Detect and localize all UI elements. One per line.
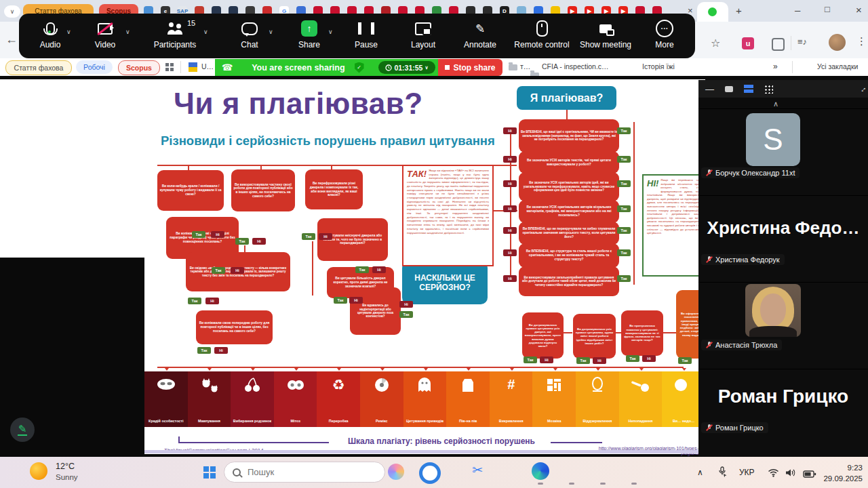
share-button[interactable]: Share	[278, 19, 340, 54]
bookmark-item[interactable]: Робочі	[76, 60, 113, 74]
panel-minimize-icon[interactable]: —	[705, 84, 714, 94]
scale-cell-label: Непопадання	[629, 419, 653, 424]
arrow-down	[596, 368, 600, 371]
bookmark-label[interactable]: Історія їжі	[642, 62, 675, 70]
participant-tile[interactable]: Анастасія Трюхла	[698, 282, 868, 369]
active-browser-tab[interactable]	[697, 2, 728, 22]
scale-cell-label: Мозаіка	[547, 419, 561, 424]
chip-no: Ні	[503, 205, 517, 212]
show-meeting-button[interactable]: Show meeting	[574, 19, 637, 54]
bookmark-item[interactable]: Стаття фахова	[5, 60, 72, 75]
video-label: Video	[95, 40, 115, 49]
back-icon[interactable]: ←	[5, 33, 18, 47]
chevron-down-icon[interactable]: ∨	[203, 28, 208, 35]
window-close-button[interactable]: ×	[856, 5, 862, 15]
extension-puzzle-icon[interactable]	[772, 38, 785, 51]
remote-control-button[interactable]: Remote control	[511, 19, 573, 54]
infographic-header-question: Я плагіював?	[517, 86, 616, 110]
start-button[interactable]	[203, 466, 209, 472]
layout-button[interactable]: Layout	[392, 19, 454, 54]
bookmarks-overflow-chevron[interactable]: »	[773, 62, 778, 71]
video-button[interactable]: Video	[74, 19, 136, 54]
search-input[interactable]	[246, 466, 357, 478]
chip-no: Ні	[503, 275, 517, 282]
scale-cell: Пів-на пів	[446, 371, 490, 427]
bookmarks-divider	[180, 61, 181, 73]
wifi-icon[interactable]	[768, 468, 779, 480]
tray-overflow-chevron[interactable]: ∧	[697, 468, 703, 477]
volume-icon[interactable]	[785, 468, 797, 480]
new-tab-button[interactable]: +	[736, 5, 742, 16]
gallery-view-icon[interactable]	[744, 85, 753, 88]
ublock-extension-icon[interactable]: u	[742, 37, 754, 49]
participants-button[interactable]: Participants	[144, 19, 206, 54]
edge-browser-icon[interactable]	[532, 462, 549, 480]
flow-question-box: Ви ВПЕВНЕНІ, що ваші ідеї є оригінальним…	[519, 119, 619, 152]
chevron-down-icon[interactable]: ∨	[328, 28, 333, 35]
annotation-pencil-fab[interactable]: ✎	[10, 418, 35, 442]
taskbar-search[interactable]	[224, 462, 385, 483]
more-button[interactable]: More	[633, 19, 696, 54]
microphone-icon	[46, 22, 55, 35]
playlist-extension-icon[interactable]: ≡♪	[797, 37, 807, 47]
bookmark-label[interactable]: Усі закладки	[817, 62, 858, 70]
chat-icon	[241, 22, 258, 35]
stop-share-button[interactable]: Stop share	[438, 59, 502, 76]
apps-grid-icon[interactable]	[165, 63, 169, 66]
chevron-down-icon[interactable]: ∨	[66, 28, 71, 35]
bookmark-label: Scopus	[126, 64, 152, 72]
participant-name: Борчук Олександр 11xt	[715, 169, 795, 177]
chevron-down-icon[interactable]: ∨	[125, 28, 130, 35]
bookmark-label[interactable]: CFIA - inspection.c…	[542, 62, 609, 70]
infographic-subtitle: Різновиди і серйозність порушень правил …	[161, 134, 495, 148]
speaker-view-icon[interactable]	[725, 86, 733, 92]
weather-widget[interactable]	[30, 462, 47, 480]
chip-yes: Так	[617, 127, 631, 134]
browser-menu-kebab-icon[interactable]: ⋮	[856, 35, 867, 47]
panel-collapse-chevron[interactable]: ∧	[773, 100, 778, 108]
mitosis-icon	[274, 377, 317, 393]
profile-avatar[interactable]	[829, 34, 846, 51]
weather-temp: 12°C	[56, 462, 75, 471]
scale-cell-label: Переробка	[329, 419, 349, 424]
bookmark-label[interactable]: т…	[520, 62, 530, 70]
pause-button[interactable]: Pause	[335, 19, 397, 54]
mosaic-icon	[532, 377, 576, 393]
bookmark-star-icon[interactable]: ☆	[711, 37, 720, 49]
participant-name-tag: Роман Грицко	[701, 422, 768, 433]
bookmark-item[interactable]: Scopus	[118, 60, 160, 75]
chat-button[interactable]: Chat	[218, 19, 281, 54]
expand-panel-icon[interactable]: ↔	[856, 83, 868, 95]
browser-ring-icon[interactable]	[419, 462, 441, 484]
site-favicon[interactable]	[189, 62, 197, 67]
participant-tile[interactable]: Христина Федо… Христина Федорук	[698, 195, 868, 282]
participant-tile[interactable]: S Борчук Олександр 11xt	[698, 108, 868, 195]
tray-clock[interactable]: 9:23 29.09.2025	[822, 463, 863, 484]
scale-cell: Мозаіка	[532, 371, 576, 427]
voice-access-mic-icon[interactable]	[717, 466, 727, 480]
arrow-down	[510, 368, 514, 371]
bookmark-label[interactable]: U…	[201, 62, 214, 70]
chevron-down-icon[interactable]: ∨	[269, 28, 273, 35]
keyboard-language[interactable]: УКР	[739, 468, 755, 477]
bookmark-folder-icon[interactable]	[509, 64, 517, 70]
remote-control-label: Remote control	[514, 40, 569, 49]
meeting-timer[interactable]: 01:31:55 ∨	[378, 61, 435, 74]
copilot-icon[interactable]	[388, 464, 404, 480]
battery-icon[interactable]	[803, 468, 816, 481]
tab-search-chevron-icon[interactable]: ∨	[4, 5, 20, 18]
grid-view-icon[interactable]	[764, 85, 773, 94]
pencil-icon: ✎	[18, 424, 27, 434]
warped-grid-icon: #	[490, 377, 533, 392]
window-minimize-button[interactable]: –	[795, 5, 800, 15]
chip-yes: Так	[617, 227, 631, 234]
how-serious-box: НАСКІЛЬКИ ЦЕ СЕРЙОЗНО?	[402, 261, 488, 304]
snipping-tool-icon[interactable]: ✂	[472, 464, 483, 476]
audio-button[interactable]: Audio	[19, 19, 81, 54]
participant-tile[interactable]: Роман Грицко Роман Грицко	[698, 369, 868, 458]
window-maximize-button[interactable]: □	[825, 5, 830, 14]
annotate-button[interactable]: Annotate	[449, 19, 511, 54]
miss-the-mark-icon	[619, 377, 663, 393]
flow-question-box: Ви зазначали УСІХ оригінальних авторів в…	[519, 200, 619, 223]
flow-question-box: Ви копіювали свою попередню роботу для п…	[196, 310, 273, 344]
